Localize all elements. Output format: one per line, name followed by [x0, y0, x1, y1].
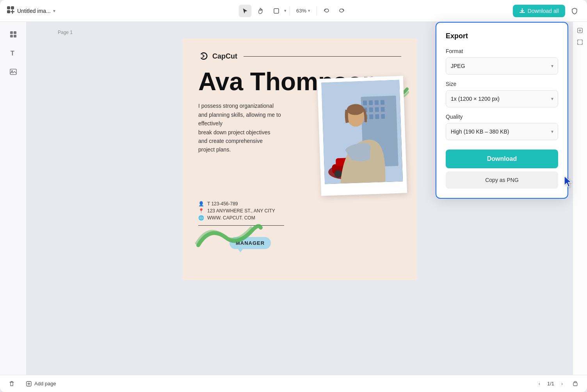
header-toolbar: ▾ 63% ▾: [239, 5, 348, 17]
bottom-delete-button[interactable]: [6, 378, 17, 389]
svg-rect-19: [375, 107, 379, 112]
zoom-level: 63%: [296, 8, 306, 14]
design-logo-row: CapCut: [198, 51, 401, 62]
shield-button[interactable]: [568, 5, 581, 17]
svg-rect-6: [10, 35, 13, 37]
svg-rect-22: [369, 114, 373, 119]
download-button-container: Download: [446, 150, 558, 171]
design-address: 123 ANYWHERE ST., ANY CITY: [207, 208, 275, 214]
export-download-button[interactable]: Download: [446, 150, 558, 168]
svg-rect-7: [14, 35, 16, 37]
export-quality-wrapper: Low (50 KB – 100 KB) Medium (100 KB – 19…: [446, 123, 558, 140]
export-quality-label: Quality: [446, 114, 558, 120]
location-icon: 📍: [198, 208, 204, 214]
toolbar-divider: [290, 6, 290, 16]
svg-rect-34: [573, 383, 577, 386]
brush-stroke-bottom: [194, 218, 265, 249]
export-panel-title: Export: [446, 32, 558, 40]
doc-title: Untitled ima...: [17, 8, 51, 14]
export-quality-select[interactable]: Low (50 KB – 100 KB) Medium (100 KB – 19…: [446, 123, 558, 140]
svg-rect-0: [7, 6, 10, 9]
svg-rect-16: [381, 100, 384, 105]
download-all-button[interactable]: Download all: [513, 5, 565, 17]
design-bio-text: I possess strong organizational and plan…: [198, 102, 300, 154]
bottom-right: ‹ 1/1 ›: [535, 378, 581, 389]
redo-button[interactable]: [336, 5, 348, 17]
svg-rect-23: [375, 114, 379, 119]
add-page-button[interactable]: Add page: [22, 378, 60, 389]
context-bg-button[interactable]: [575, 25, 585, 36]
export-format-label: Format: [446, 48, 558, 54]
export-format-wrapper: JPEG PNG PDF SVG ▾: [446, 57, 558, 75]
svg-rect-24: [381, 114, 385, 119]
download-all-label: Download all: [528, 8, 559, 14]
design-photo: [321, 80, 403, 184]
frame-chevron-icon[interactable]: ▾: [284, 8, 286, 13]
design-brand-name: CapCut: [212, 52, 237, 61]
page-indicator: 1/1: [547, 381, 554, 387]
svg-rect-15: [375, 100, 379, 105]
svg-rect-3: [274, 9, 279, 13]
svg-rect-20: [381, 107, 384, 112]
export-copy-png-button[interactable]: Copy as PNG: [446, 171, 558, 189]
export-size-select[interactable]: 0.5x (600 × 600 px) 1x (1200 × 1200 px) …: [446, 90, 558, 107]
toolbar-divider-2: [317, 6, 317, 16]
prev-page-button[interactable]: ‹: [535, 379, 544, 388]
phone-icon: 👤: [198, 201, 204, 207]
context-size-button[interactable]: [575, 37, 585, 48]
svg-rect-4: [10, 31, 13, 34]
frame-tool-button[interactable]: [270, 5, 283, 17]
header: Untitled ima... ▾ ▾ 63% ▾: [0, 0, 587, 22]
export-format-select[interactable]: JPEG PNG PDF SVG: [446, 57, 558, 75]
zoom-selector-button[interactable]: 63% ▾: [293, 5, 313, 17]
svg-rect-14: [369, 100, 373, 105]
sidebar-image-button[interactable]: [5, 64, 21, 80]
add-page-label: Add page: [34, 381, 56, 387]
export-size-wrapper: 0.5x (600 × 600 px) 1x (1200 × 1200 px) …: [446, 90, 558, 107]
svg-text:T: T: [11, 50, 14, 57]
export-size-label: Size: [446, 81, 558, 87]
design-logo-line: [244, 56, 401, 57]
select-tool-button[interactable]: [239, 5, 251, 17]
design-phone-row: 👤 T 123-456-789: [198, 201, 401, 207]
doc-title-chevron-icon[interactable]: ▾: [53, 8, 55, 14]
lock-button[interactable]: [570, 378, 581, 389]
svg-rect-9: [10, 69, 16, 75]
zoom-chevron-icon: ▾: [308, 8, 310, 13]
header-right: Download all: [513, 5, 581, 17]
next-page-button[interactable]: ›: [557, 379, 567, 388]
sidebar-text-button[interactable]: T: [5, 45, 21, 61]
bottom-bar: Add page ‹ 1/1 ›: [0, 375, 587, 392]
right-context-panel: [573, 22, 587, 375]
hand-tool-button[interactable]: [254, 5, 267, 17]
design-card[interactable]: CapCut Ava Thompson I possess strong org…: [183, 38, 417, 280]
export-panel: Export Format JPEG PNG PDF SVG ▾ Size 0.…: [436, 22, 568, 199]
design-photo-polaroid: [317, 76, 407, 196]
page-label: Page 1: [58, 30, 73, 35]
app-logo-icon: [6, 5, 15, 16]
undo-button[interactable]: [320, 5, 333, 17]
sidebar-templates-button[interactable]: [5, 27, 21, 42]
left-sidebar: T: [0, 22, 27, 375]
design-phone: T 123-456-789: [207, 201, 238, 207]
design-address-row: 📍 123 ANYWHERE ST., ANY CITY: [198, 208, 401, 214]
svg-rect-18: [369, 107, 373, 112]
svg-rect-2: [7, 10, 10, 13]
svg-rect-1: [11, 6, 14, 9]
svg-rect-13: [363, 101, 367, 105]
svg-rect-5: [14, 31, 16, 34]
app-window: Untitled ima... ▾ ▾ 63% ▾: [0, 0, 587, 392]
